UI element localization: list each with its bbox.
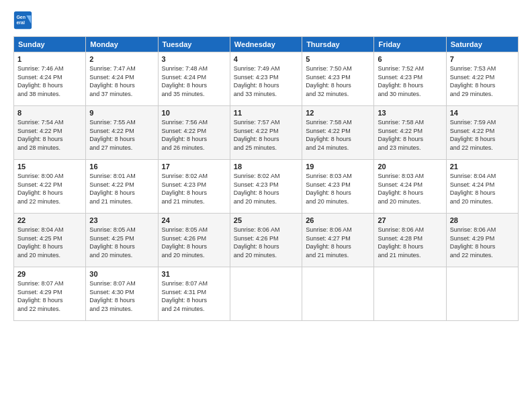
day-number: 20 [378, 163, 442, 171]
day-info: Sunrise: 7:56 AM Sunset: 4:22 PM Dayligh… [162, 118, 226, 152]
day-number: 13 [378, 109, 442, 117]
day-number: 24 [162, 216, 226, 224]
day-info: Sunrise: 8:00 AM Sunset: 4:22 PM Dayligh… [17, 172, 82, 205]
day-cell: 5Sunrise: 7:50 AM Sunset: 4:23 PM Daylig… [302, 52, 374, 106]
day-number: 5 [306, 55, 370, 63]
day-cell: 10Sunrise: 7:56 AM Sunset: 4:22 PM Dayli… [158, 106, 230, 160]
day-info: Sunrise: 8:06 AM Sunset: 4:27 PM Dayligh… [306, 226, 370, 259]
day-number: 25 [234, 216, 298, 224]
day-cell: 22Sunrise: 8:04 AM Sunset: 4:25 PM Dayli… [14, 214, 86, 267]
day-info: Sunrise: 8:03 AM Sunset: 4:23 PM Dayligh… [306, 172, 370, 205]
day-cell: 7Sunrise: 7:53 AM Sunset: 4:22 PM Daylig… [446, 52, 518, 106]
day-cell: 23Sunrise: 8:05 AM Sunset: 4:25 PM Dayli… [86, 214, 158, 267]
day-info: Sunrise: 8:07 AM Sunset: 4:29 PM Dayligh… [17, 279, 82, 313]
day-info: Sunrise: 7:59 AM Sunset: 4:22 PM Dayligh… [450, 118, 515, 152]
day-cell: 20Sunrise: 8:03 AM Sunset: 4:24 PM Dayli… [374, 160, 446, 214]
week-row-4: 22Sunrise: 8:04 AM Sunset: 4:25 PM Dayli… [14, 214, 519, 267]
week-row-2: 8Sunrise: 7:54 AM Sunset: 4:22 PM Daylig… [14, 106, 519, 160]
calendar-body: 1Sunrise: 7:46 AM Sunset: 4:24 PM Daylig… [14, 52, 519, 321]
day-number: 31 [162, 270, 226, 278]
day-number: 17 [162, 163, 226, 171]
day-info: Sunrise: 8:04 AM Sunset: 4:24 PM Dayligh… [450, 172, 515, 205]
day-number: 22 [17, 216, 82, 224]
day-cell: 25Sunrise: 8:06 AM Sunset: 4:26 PM Dayli… [230, 214, 302, 267]
weekday-header-saturday: Saturday [446, 37, 518, 52]
day-cell [302, 267, 374, 321]
day-cell [230, 267, 302, 321]
day-info: Sunrise: 8:03 AM Sunset: 4:24 PM Dayligh… [378, 172, 442, 205]
day-info: Sunrise: 8:05 AM Sunset: 4:25 PM Dayligh… [89, 226, 154, 259]
day-info: Sunrise: 7:53 AM Sunset: 4:22 PM Dayligh… [450, 64, 515, 98]
calendar: SundayMondayTuesdayWednesdayThursdayFrid… [13, 36, 519, 321]
day-cell: 27Sunrise: 8:06 AM Sunset: 4:28 PM Dayli… [374, 214, 446, 267]
day-info: Sunrise: 7:55 AM Sunset: 4:22 PM Dayligh… [89, 118, 154, 152]
day-number: 19 [306, 163, 370, 171]
weekday-header-sunday: Sunday [14, 37, 86, 52]
weekday-header-monday: Monday [86, 37, 158, 52]
day-info: Sunrise: 7:46 AM Sunset: 4:24 PM Dayligh… [17, 64, 82, 98]
day-cell [374, 267, 446, 321]
day-cell: 4Sunrise: 7:49 AM Sunset: 4:23 PM Daylig… [230, 52, 302, 106]
day-number: 7 [450, 55, 515, 63]
weekday-header-row: SundayMondayTuesdayWednesdayThursdayFrid… [14, 37, 519, 52]
day-cell: 18Sunrise: 8:02 AM Sunset: 4:23 PM Dayli… [230, 160, 302, 214]
weekday-header-wednesday: Wednesday [230, 37, 302, 52]
day-info: Sunrise: 8:02 AM Sunset: 4:23 PM Dayligh… [162, 172, 226, 205]
day-cell: 9Sunrise: 7:55 AM Sunset: 4:22 PM Daylig… [86, 106, 158, 160]
day-info: Sunrise: 8:02 AM Sunset: 4:23 PM Dayligh… [234, 172, 298, 205]
day-number: 26 [306, 216, 370, 224]
day-info: Sunrise: 7:52 AM Sunset: 4:23 PM Dayligh… [378, 64, 442, 98]
day-info: Sunrise: 7:58 AM Sunset: 4:22 PM Dayligh… [306, 118, 370, 152]
week-row-1: 1Sunrise: 7:46 AM Sunset: 4:24 PM Daylig… [14, 52, 519, 106]
page: Gen eral SundayMondayTuesdayWednesdayThu… [0, 0, 532, 411]
logo: Gen eral [13, 11, 35, 30]
day-info: Sunrise: 7:48 AM Sunset: 4:24 PM Dayligh… [162, 64, 226, 98]
day-cell: 8Sunrise: 7:54 AM Sunset: 4:22 PM Daylig… [14, 106, 86, 160]
day-cell: 17Sunrise: 8:02 AM Sunset: 4:23 PM Dayli… [158, 160, 230, 214]
day-cell: 1Sunrise: 7:46 AM Sunset: 4:24 PM Daylig… [14, 52, 86, 106]
day-cell: 14Sunrise: 7:59 AM Sunset: 4:22 PM Dayli… [446, 106, 518, 160]
day-number: 8 [17, 109, 82, 117]
day-info: Sunrise: 8:06 AM Sunset: 4:26 PM Dayligh… [234, 226, 298, 259]
day-number: 15 [17, 163, 82, 171]
day-cell: 26Sunrise: 8:06 AM Sunset: 4:27 PM Dayli… [302, 214, 374, 267]
day-cell: 24Sunrise: 8:05 AM Sunset: 4:26 PM Dayli… [158, 214, 230, 267]
week-row-5: 29Sunrise: 8:07 AM Sunset: 4:29 PM Dayli… [14, 267, 519, 321]
header: Gen eral [13, 11, 519, 30]
day-cell: 19Sunrise: 8:03 AM Sunset: 4:23 PM Dayli… [302, 160, 374, 214]
day-info: Sunrise: 7:50 AM Sunset: 4:23 PM Dayligh… [306, 64, 370, 98]
day-info: Sunrise: 7:54 AM Sunset: 4:22 PM Dayligh… [17, 118, 82, 152]
day-number: 9 [89, 109, 154, 117]
day-cell: 13Sunrise: 7:58 AM Sunset: 4:22 PM Dayli… [374, 106, 446, 160]
weekday-header-tuesday: Tuesday [158, 37, 230, 52]
day-number: 23 [89, 216, 154, 224]
day-info: Sunrise: 8:06 AM Sunset: 4:28 PM Dayligh… [378, 226, 442, 259]
day-info: Sunrise: 8:04 AM Sunset: 4:25 PM Dayligh… [17, 226, 82, 259]
day-cell: 2Sunrise: 7:47 AM Sunset: 4:24 PM Daylig… [86, 52, 158, 106]
day-number: 3 [162, 55, 226, 63]
weekday-header-friday: Friday [374, 37, 446, 52]
day-info: Sunrise: 7:58 AM Sunset: 4:22 PM Dayligh… [378, 118, 442, 152]
day-number: 21 [450, 163, 515, 171]
day-cell: 21Sunrise: 8:04 AM Sunset: 4:24 PM Dayli… [446, 160, 518, 214]
day-cell: 29Sunrise: 8:07 AM Sunset: 4:29 PM Dayli… [14, 267, 86, 321]
weekday-header-thursday: Thursday [302, 37, 374, 52]
day-info: Sunrise: 8:06 AM Sunset: 4:29 PM Dayligh… [450, 226, 515, 259]
day-number: 6 [378, 55, 442, 63]
day-number: 1 [17, 55, 82, 63]
day-info: Sunrise: 7:49 AM Sunset: 4:23 PM Dayligh… [234, 64, 298, 98]
day-info: Sunrise: 8:05 AM Sunset: 4:26 PM Dayligh… [162, 226, 226, 259]
svg-text:eral: eral [16, 20, 25, 25]
day-number: 2 [89, 55, 154, 63]
day-number: 29 [17, 270, 82, 278]
day-cell [446, 267, 518, 321]
day-cell: 16Sunrise: 8:01 AM Sunset: 4:22 PM Dayli… [86, 160, 158, 214]
day-info: Sunrise: 8:01 AM Sunset: 4:22 PM Dayligh… [89, 172, 154, 205]
day-number: 27 [378, 216, 442, 224]
day-info: Sunrise: 8:07 AM Sunset: 4:31 PM Dayligh… [162, 279, 226, 313]
day-info: Sunrise: 7:57 AM Sunset: 4:22 PM Dayligh… [234, 118, 298, 152]
day-cell: 12Sunrise: 7:58 AM Sunset: 4:22 PM Dayli… [302, 106, 374, 160]
day-cell: 31Sunrise: 8:07 AM Sunset: 4:31 PM Dayli… [158, 267, 230, 321]
day-number: 12 [306, 109, 370, 117]
day-number: 4 [234, 55, 298, 63]
